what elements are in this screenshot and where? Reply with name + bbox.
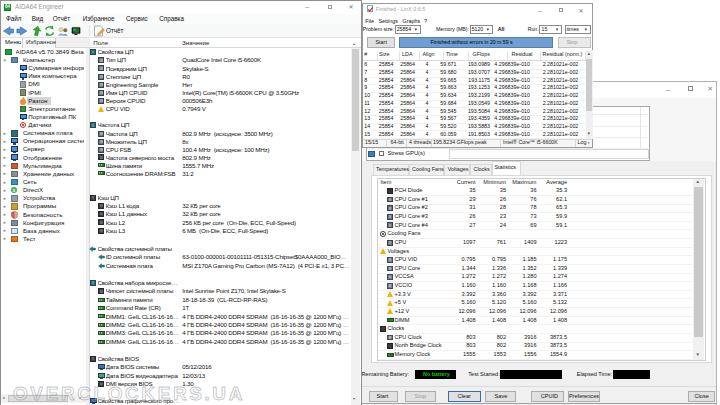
svg-text:OVERCLOCKERS.UA: OVERCLOCKERS.UA bbox=[13, 383, 243, 404]
